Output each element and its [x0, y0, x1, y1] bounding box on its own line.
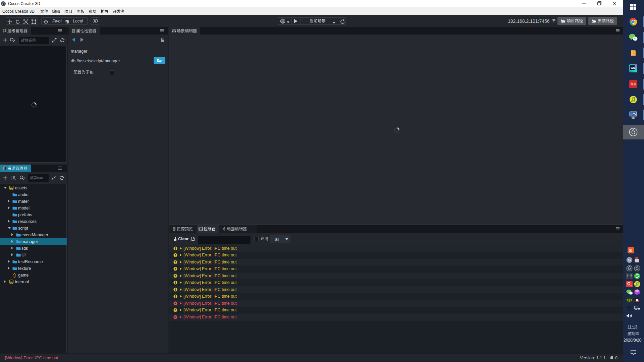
svg-text:WS: WS	[631, 66, 635, 69]
svg-text:S: S	[629, 248, 632, 253]
svg-text:S: S	[628, 258, 631, 262]
